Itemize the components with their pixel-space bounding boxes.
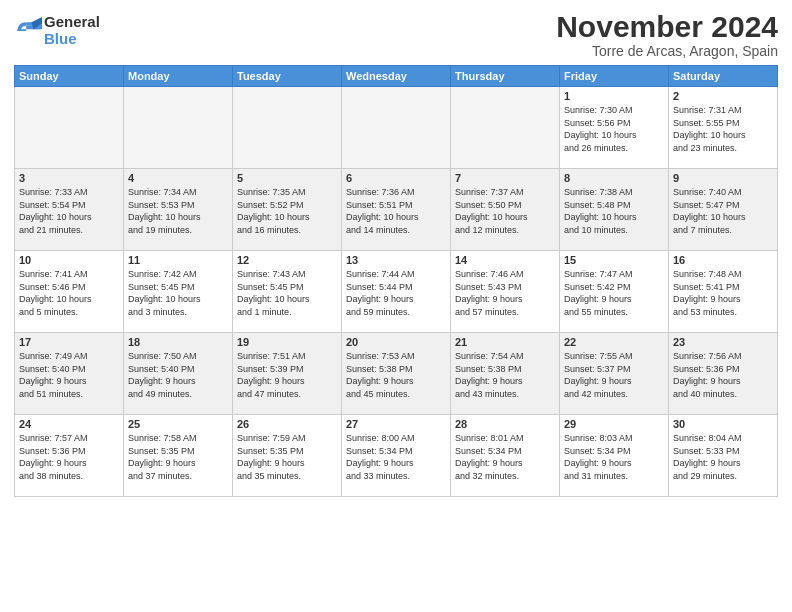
day-number: 14 <box>455 254 555 266</box>
day-number: 1 <box>564 90 664 102</box>
day-info: Sunrise: 7:51 AM Sunset: 5:39 PM Dayligh… <box>237 350 337 400</box>
day-number: 23 <box>673 336 773 348</box>
calendar-week-1: 1Sunrise: 7:30 AM Sunset: 5:56 PM Daylig… <box>15 87 778 169</box>
table-cell: 16Sunrise: 7:48 AM Sunset: 5:41 PM Dayli… <box>669 251 778 333</box>
day-number: 7 <box>455 172 555 184</box>
table-cell: 27Sunrise: 8:00 AM Sunset: 5:34 PM Dayli… <box>342 415 451 497</box>
day-number: 2 <box>673 90 773 102</box>
table-cell: 2Sunrise: 7:31 AM Sunset: 5:55 PM Daylig… <box>669 87 778 169</box>
table-cell <box>342 87 451 169</box>
logo-general-text: General <box>44 14 100 31</box>
table-cell: 23Sunrise: 7:56 AM Sunset: 5:36 PM Dayli… <box>669 333 778 415</box>
header-tuesday: Tuesday <box>233 66 342 87</box>
table-cell <box>15 87 124 169</box>
day-number: 6 <box>346 172 446 184</box>
logo-icon <box>14 17 42 45</box>
table-cell: 30Sunrise: 8:04 AM Sunset: 5:33 PM Dayli… <box>669 415 778 497</box>
day-info: Sunrise: 8:03 AM Sunset: 5:34 PM Dayligh… <box>564 432 664 482</box>
day-number: 18 <box>128 336 228 348</box>
day-info: Sunrise: 7:43 AM Sunset: 5:45 PM Dayligh… <box>237 268 337 318</box>
table-cell <box>124 87 233 169</box>
day-number: 3 <box>19 172 119 184</box>
day-number: 27 <box>346 418 446 430</box>
day-info: Sunrise: 7:47 AM Sunset: 5:42 PM Dayligh… <box>564 268 664 318</box>
calendar-week-2: 3Sunrise: 7:33 AM Sunset: 5:54 PM Daylig… <box>15 169 778 251</box>
logo-text: General Blue <box>44 14 100 47</box>
table-cell: 21Sunrise: 7:54 AM Sunset: 5:38 PM Dayli… <box>451 333 560 415</box>
table-cell: 26Sunrise: 7:59 AM Sunset: 5:35 PM Dayli… <box>233 415 342 497</box>
day-info: Sunrise: 7:35 AM Sunset: 5:52 PM Dayligh… <box>237 186 337 236</box>
calendar-week-4: 17Sunrise: 7:49 AM Sunset: 5:40 PM Dayli… <box>15 333 778 415</box>
logo-blue-text: Blue <box>44 31 100 48</box>
day-info: Sunrise: 7:44 AM Sunset: 5:44 PM Dayligh… <box>346 268 446 318</box>
day-number: 8 <box>564 172 664 184</box>
day-info: Sunrise: 7:41 AM Sunset: 5:46 PM Dayligh… <box>19 268 119 318</box>
logo: General Blue <box>14 14 100 47</box>
header: General Blue November 2024 Torre de Arca… <box>14 10 778 59</box>
day-info: Sunrise: 7:36 AM Sunset: 5:51 PM Dayligh… <box>346 186 446 236</box>
day-info: Sunrise: 7:34 AM Sunset: 5:53 PM Dayligh… <box>128 186 228 236</box>
table-cell: 15Sunrise: 7:47 AM Sunset: 5:42 PM Dayli… <box>560 251 669 333</box>
day-number: 30 <box>673 418 773 430</box>
day-info: Sunrise: 7:42 AM Sunset: 5:45 PM Dayligh… <box>128 268 228 318</box>
day-number: 25 <box>128 418 228 430</box>
day-number: 29 <box>564 418 664 430</box>
table-cell: 4Sunrise: 7:34 AM Sunset: 5:53 PM Daylig… <box>124 169 233 251</box>
table-cell: 1Sunrise: 7:30 AM Sunset: 5:56 PM Daylig… <box>560 87 669 169</box>
table-cell: 25Sunrise: 7:58 AM Sunset: 5:35 PM Dayli… <box>124 415 233 497</box>
day-info: Sunrise: 7:33 AM Sunset: 5:54 PM Dayligh… <box>19 186 119 236</box>
table-cell: 29Sunrise: 8:03 AM Sunset: 5:34 PM Dayli… <box>560 415 669 497</box>
table-cell: 24Sunrise: 7:57 AM Sunset: 5:36 PM Dayli… <box>15 415 124 497</box>
day-info: Sunrise: 7:31 AM Sunset: 5:55 PM Dayligh… <box>673 104 773 154</box>
day-number: 16 <box>673 254 773 266</box>
header-monday: Monday <box>124 66 233 87</box>
day-info: Sunrise: 7:37 AM Sunset: 5:50 PM Dayligh… <box>455 186 555 236</box>
header-saturday: Saturday <box>669 66 778 87</box>
table-cell: 3Sunrise: 7:33 AM Sunset: 5:54 PM Daylig… <box>15 169 124 251</box>
table-cell: 9Sunrise: 7:40 AM Sunset: 5:47 PM Daylig… <box>669 169 778 251</box>
header-thursday: Thursday <box>451 66 560 87</box>
day-number: 4 <box>128 172 228 184</box>
day-number: 26 <box>237 418 337 430</box>
table-cell: 13Sunrise: 7:44 AM Sunset: 5:44 PM Dayli… <box>342 251 451 333</box>
day-info: Sunrise: 7:53 AM Sunset: 5:38 PM Dayligh… <box>346 350 446 400</box>
table-cell: 22Sunrise: 7:55 AM Sunset: 5:37 PM Dayli… <box>560 333 669 415</box>
header-friday: Friday <box>560 66 669 87</box>
table-cell: 19Sunrise: 7:51 AM Sunset: 5:39 PM Dayli… <box>233 333 342 415</box>
table-cell: 10Sunrise: 7:41 AM Sunset: 5:46 PM Dayli… <box>15 251 124 333</box>
day-number: 22 <box>564 336 664 348</box>
day-info: Sunrise: 7:38 AM Sunset: 5:48 PM Dayligh… <box>564 186 664 236</box>
day-info: Sunrise: 7:59 AM Sunset: 5:35 PM Dayligh… <box>237 432 337 482</box>
day-number: 20 <box>346 336 446 348</box>
day-number: 11 <box>128 254 228 266</box>
day-info: Sunrise: 7:49 AM Sunset: 5:40 PM Dayligh… <box>19 350 119 400</box>
day-info: Sunrise: 7:40 AM Sunset: 5:47 PM Dayligh… <box>673 186 773 236</box>
table-cell: 11Sunrise: 7:42 AM Sunset: 5:45 PM Dayli… <box>124 251 233 333</box>
day-info: Sunrise: 7:54 AM Sunset: 5:38 PM Dayligh… <box>455 350 555 400</box>
day-number: 13 <box>346 254 446 266</box>
header-wednesday: Wednesday <box>342 66 451 87</box>
title-block: November 2024 Torre de Arcas, Aragon, Sp… <box>556 10 778 59</box>
table-cell: 28Sunrise: 8:01 AM Sunset: 5:34 PM Dayli… <box>451 415 560 497</box>
header-sunday: Sunday <box>15 66 124 87</box>
calendar-header-row: Sunday Monday Tuesday Wednesday Thursday… <box>15 66 778 87</box>
day-info: Sunrise: 7:50 AM Sunset: 5:40 PM Dayligh… <box>128 350 228 400</box>
table-cell: 5Sunrise: 7:35 AM Sunset: 5:52 PM Daylig… <box>233 169 342 251</box>
day-info: Sunrise: 7:46 AM Sunset: 5:43 PM Dayligh… <box>455 268 555 318</box>
table-cell <box>451 87 560 169</box>
location: Torre de Arcas, Aragon, Spain <box>556 43 778 59</box>
table-cell: 6Sunrise: 7:36 AM Sunset: 5:51 PM Daylig… <box>342 169 451 251</box>
day-number: 10 <box>19 254 119 266</box>
table-cell: 8Sunrise: 7:38 AM Sunset: 5:48 PM Daylig… <box>560 169 669 251</box>
day-info: Sunrise: 8:00 AM Sunset: 5:34 PM Dayligh… <box>346 432 446 482</box>
table-cell: 17Sunrise: 7:49 AM Sunset: 5:40 PM Dayli… <box>15 333 124 415</box>
day-number: 15 <box>564 254 664 266</box>
day-info: Sunrise: 7:58 AM Sunset: 5:35 PM Dayligh… <box>128 432 228 482</box>
calendar-table: Sunday Monday Tuesday Wednesday Thursday… <box>14 65 778 497</box>
day-info: Sunrise: 7:57 AM Sunset: 5:36 PM Dayligh… <box>19 432 119 482</box>
table-cell: 7Sunrise: 7:37 AM Sunset: 5:50 PM Daylig… <box>451 169 560 251</box>
day-info: Sunrise: 8:01 AM Sunset: 5:34 PM Dayligh… <box>455 432 555 482</box>
table-cell <box>233 87 342 169</box>
page-container: General Blue November 2024 Torre de Arca… <box>0 0 792 507</box>
day-number: 5 <box>237 172 337 184</box>
